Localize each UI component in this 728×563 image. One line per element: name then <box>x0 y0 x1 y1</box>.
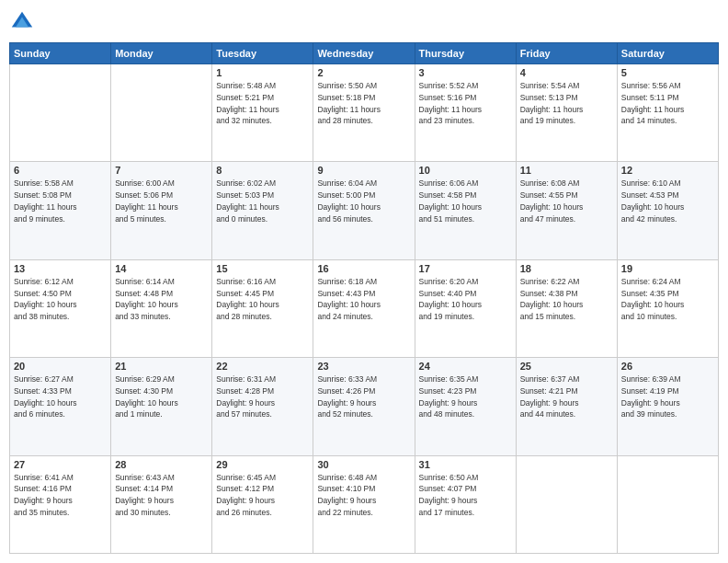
header-day: Tuesday <box>212 43 313 64</box>
day-info: Sunrise: 5:48 AM Sunset: 5:21 PM Dayligh… <box>216 80 309 127</box>
day-number: 11 <box>520 165 613 176</box>
day-info: Sunrise: 6:45 AM Sunset: 4:12 PM Dayligh… <box>216 472 309 519</box>
logo-icon <box>9 9 35 35</box>
day-number: 23 <box>317 361 410 372</box>
header-day: Saturday <box>617 43 718 64</box>
calendar-cell: 24Sunrise: 6:35 AM Sunset: 4:23 PM Dayli… <box>415 358 516 455</box>
calendar-cell: 8Sunrise: 6:02 AM Sunset: 5:03 PM Daylig… <box>212 162 313 259</box>
calendar-cell: 21Sunrise: 6:29 AM Sunset: 4:30 PM Dayli… <box>111 358 212 455</box>
day-number: 15 <box>216 263 309 274</box>
day-info: Sunrise: 6:50 AM Sunset: 4:07 PM Dayligh… <box>419 472 512 519</box>
calendar-cell: 1Sunrise: 5:48 AM Sunset: 5:21 PM Daylig… <box>212 64 313 162</box>
day-number: 19 <box>621 263 714 274</box>
calendar-cell: 11Sunrise: 6:08 AM Sunset: 4:55 PM Dayli… <box>516 162 617 259</box>
calendar-cell: 14Sunrise: 6:14 AM Sunset: 4:48 PM Dayli… <box>111 259 212 357</box>
day-number: 29 <box>216 459 309 470</box>
calendar-cell: 27Sunrise: 6:41 AM Sunset: 4:16 PM Dayli… <box>10 455 111 553</box>
calendar-cell: 29Sunrise: 6:45 AM Sunset: 4:12 PM Dayli… <box>212 455 313 553</box>
day-info: Sunrise: 6:27 AM Sunset: 4:33 PM Dayligh… <box>14 373 107 420</box>
calendar-cell: 5Sunrise: 5:56 AM Sunset: 5:11 PM Daylig… <box>617 64 718 162</box>
day-info: Sunrise: 6:18 AM Sunset: 4:43 PM Dayligh… <box>317 276 410 323</box>
day-number: 24 <box>419 361 512 372</box>
calendar-cell: 9Sunrise: 6:04 AM Sunset: 5:00 PM Daylig… <box>313 162 415 259</box>
calendar-cell: 26Sunrise: 6:39 AM Sunset: 4:19 PM Dayli… <box>617 358 718 455</box>
day-number: 22 <box>216 361 309 372</box>
header-day: Wednesday <box>313 43 415 64</box>
day-number: 27 <box>14 459 107 470</box>
day-number: 8 <box>216 165 309 176</box>
calendar-cell: 7Sunrise: 6:00 AM Sunset: 5:06 PM Daylig… <box>111 162 212 259</box>
calendar-cell: 3Sunrise: 5:52 AM Sunset: 5:16 PM Daylig… <box>415 64 516 162</box>
calendar-cell <box>617 455 718 553</box>
day-info: Sunrise: 6:43 AM Sunset: 4:14 PM Dayligh… <box>115 472 208 519</box>
calendar-cell: 25Sunrise: 6:37 AM Sunset: 4:21 PM Dayli… <box>516 358 617 455</box>
day-info: Sunrise: 6:35 AM Sunset: 4:23 PM Dayligh… <box>419 373 512 420</box>
day-number: 3 <box>419 67 512 78</box>
day-number: 30 <box>317 459 410 470</box>
calendar-cell: 2Sunrise: 5:50 AM Sunset: 5:18 PM Daylig… <box>313 64 415 162</box>
calendar-week-row: 6Sunrise: 5:58 AM Sunset: 5:08 PM Daylig… <box>10 162 719 259</box>
calendar-cell: 15Sunrise: 6:16 AM Sunset: 4:45 PM Dayli… <box>212 259 313 357</box>
day-info: Sunrise: 6:22 AM Sunset: 4:38 PM Dayligh… <box>520 276 613 323</box>
day-number: 7 <box>115 165 208 176</box>
calendar-table: SundayMondayTuesdayWednesdayThursdayFrid… <box>9 42 719 554</box>
day-number: 14 <box>115 263 208 274</box>
day-info: Sunrise: 5:50 AM Sunset: 5:18 PM Dayligh… <box>317 80 410 127</box>
header <box>9 9 719 35</box>
calendar-cell: 30Sunrise: 6:48 AM Sunset: 4:10 PM Dayli… <box>313 455 415 553</box>
calendar-cell: 6Sunrise: 5:58 AM Sunset: 5:08 PM Daylig… <box>10 162 111 259</box>
day-number: 26 <box>621 361 714 372</box>
day-info: Sunrise: 6:37 AM Sunset: 4:21 PM Dayligh… <box>520 373 613 420</box>
day-number: 31 <box>419 459 512 470</box>
day-info: Sunrise: 6:10 AM Sunset: 4:53 PM Dayligh… <box>621 178 714 224</box>
header-day: Friday <box>516 43 617 64</box>
day-number: 6 <box>14 165 107 176</box>
day-info: Sunrise: 5:56 AM Sunset: 5:11 PM Dayligh… <box>621 80 714 127</box>
day-number: 4 <box>520 67 613 78</box>
logo <box>9 9 39 35</box>
day-number: 17 <box>419 263 512 274</box>
day-info: Sunrise: 5:58 AM Sunset: 5:08 PM Dayligh… <box>14 178 107 224</box>
day-info: Sunrise: 6:48 AM Sunset: 4:10 PM Dayligh… <box>317 472 410 519</box>
day-info: Sunrise: 5:54 AM Sunset: 5:13 PM Dayligh… <box>520 80 613 127</box>
day-info: Sunrise: 6:24 AM Sunset: 4:35 PM Dayligh… <box>621 276 714 323</box>
day-number: 10 <box>419 165 512 176</box>
day-number: 16 <box>317 263 410 274</box>
day-info: Sunrise: 6:16 AM Sunset: 4:45 PM Dayligh… <box>216 276 309 323</box>
calendar-cell: 10Sunrise: 6:06 AM Sunset: 4:58 PM Dayli… <box>415 162 516 259</box>
day-info: Sunrise: 6:39 AM Sunset: 4:19 PM Dayligh… <box>621 373 714 420</box>
calendar-week-row: 27Sunrise: 6:41 AM Sunset: 4:16 PM Dayli… <box>10 455 719 553</box>
calendar-week-row: 13Sunrise: 6:12 AM Sunset: 4:50 PM Dayli… <box>10 259 719 357</box>
day-info: Sunrise: 5:52 AM Sunset: 5:16 PM Dayligh… <box>419 80 512 127</box>
header-day: Sunday <box>10 43 111 64</box>
day-info: Sunrise: 6:00 AM Sunset: 5:06 PM Dayligh… <box>115 178 208 224</box>
day-info: Sunrise: 6:02 AM Sunset: 5:03 PM Dayligh… <box>216 178 309 224</box>
calendar-week-row: 20Sunrise: 6:27 AM Sunset: 4:33 PM Dayli… <box>10 358 719 455</box>
day-info: Sunrise: 6:33 AM Sunset: 4:26 PM Dayligh… <box>317 373 410 420</box>
header-row: SundayMondayTuesdayWednesdayThursdayFrid… <box>10 43 719 64</box>
day-info: Sunrise: 6:14 AM Sunset: 4:48 PM Dayligh… <box>115 276 208 323</box>
day-number: 28 <box>115 459 208 470</box>
day-number: 9 <box>317 165 410 176</box>
day-info: Sunrise: 6:04 AM Sunset: 5:00 PM Dayligh… <box>317 178 410 224</box>
calendar-cell <box>111 64 212 162</box>
calendar-cell <box>10 64 111 162</box>
calendar-cell: 12Sunrise: 6:10 AM Sunset: 4:53 PM Dayli… <box>617 162 718 259</box>
calendar-cell: 20Sunrise: 6:27 AM Sunset: 4:33 PM Dayli… <box>10 358 111 455</box>
day-number: 5 <box>621 67 714 78</box>
calendar-week-row: 1Sunrise: 5:48 AM Sunset: 5:21 PM Daylig… <box>10 64 719 162</box>
day-number: 12 <box>621 165 714 176</box>
day-number: 21 <box>115 361 208 372</box>
page: SundayMondayTuesdayWednesdayThursdayFrid… <box>0 0 728 563</box>
day-info: Sunrise: 6:20 AM Sunset: 4:40 PM Dayligh… <box>419 276 512 323</box>
day-info: Sunrise: 6:08 AM Sunset: 4:55 PM Dayligh… <box>520 178 613 224</box>
day-info: Sunrise: 6:12 AM Sunset: 4:50 PM Dayligh… <box>14 276 107 323</box>
calendar-cell: 28Sunrise: 6:43 AM Sunset: 4:14 PM Dayli… <box>111 455 212 553</box>
header-day: Thursday <box>415 43 516 64</box>
day-number: 18 <box>520 263 613 274</box>
calendar-cell: 17Sunrise: 6:20 AM Sunset: 4:40 PM Dayli… <box>415 259 516 357</box>
calendar-cell: 22Sunrise: 6:31 AM Sunset: 4:28 PM Dayli… <box>212 358 313 455</box>
calendar-cell: 18Sunrise: 6:22 AM Sunset: 4:38 PM Dayli… <box>516 259 617 357</box>
calendar-cell: 13Sunrise: 6:12 AM Sunset: 4:50 PM Dayli… <box>10 259 111 357</box>
day-number: 2 <box>317 67 410 78</box>
